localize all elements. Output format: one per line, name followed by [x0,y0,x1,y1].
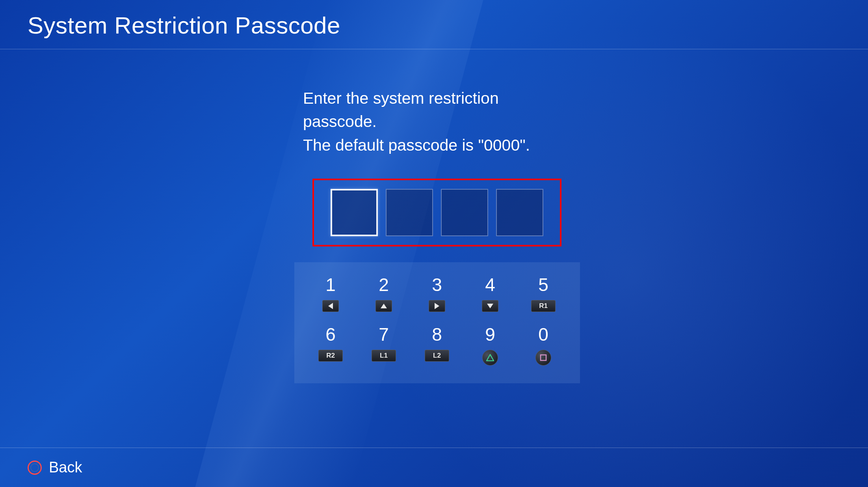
page-title: System Restriction Passcode [28,12,840,39]
footer-bar: Back [0,448,868,487]
keypad-digit-label: 0 [538,324,548,345]
keypad-digit-label: 3 [432,274,442,295]
keypad-key-0[interactable]: 0 [529,324,558,366]
keypad-digit-label: 6 [325,324,336,345]
keypad-digit-label: 2 [379,274,389,295]
page-header: System Restriction Passcode [0,0,868,49]
square-button-icon [535,350,551,366]
back-button[interactable]: Back [28,459,840,476]
passcode-digit-4[interactable] [496,189,543,236]
dpad-up-icon [375,300,392,312]
keypad: 1 2 3 4 5 R1 [294,262,580,383]
svg-rect-0 [541,355,546,360]
keypad-key-2[interactable]: 2 [369,274,399,312]
l2-button-icon: L2 [425,350,449,362]
r1-button-icon: R1 [531,300,556,312]
keypad-key-4[interactable]: 4 [476,274,505,312]
r2-button-icon: R2 [318,350,343,362]
keypad-key-6[interactable]: 6 R2 [316,324,346,366]
keypad-key-5[interactable]: 5 R1 [529,274,558,312]
keypad-key-9[interactable]: 9 [476,324,505,366]
keypad-digit-label: 1 [325,274,336,295]
keypad-digit-label: 4 [485,274,495,295]
dpad-left-icon [322,300,339,312]
keypad-key-8[interactable]: 8 L2 [422,324,452,366]
l1-button-icon: L1 [372,350,396,362]
instruction-text: Enter the system restriction passcode. T… [303,87,571,157]
dpad-down-icon [482,300,498,312]
passcode-digit-2[interactable] [386,189,433,236]
instruction-line-2: The default passcode is "0000". [303,134,571,157]
passcode-digit-3[interactable] [441,189,488,236]
triangle-button-icon [482,350,498,366]
keypad-digit-label: 5 [538,274,548,295]
keypad-key-1[interactable]: 1 [316,274,346,312]
dpad-right-icon [429,300,445,312]
passcode-input-highlight [312,179,561,246]
keypad-digit-label: 7 [379,324,389,345]
keypad-key-7[interactable]: 7 L1 [369,324,399,366]
keypad-digit-label: 8 [432,324,442,345]
instruction-line-1: Enter the system restriction passcode. [303,87,571,134]
back-label: Back [49,459,82,476]
keypad-key-3[interactable]: 3 [422,274,452,312]
main-content: Enter the system restriction passcode. T… [0,49,868,383]
passcode-digit-1[interactable] [331,189,378,236]
keypad-digit-label: 9 [485,324,495,345]
circle-button-icon [28,461,42,475]
